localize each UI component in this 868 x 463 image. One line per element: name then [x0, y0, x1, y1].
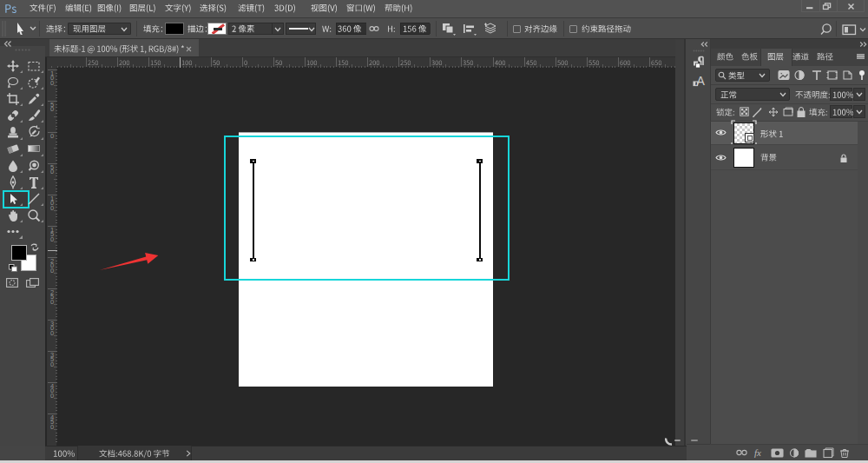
svg-text:fx: fx: [754, 447, 761, 458]
